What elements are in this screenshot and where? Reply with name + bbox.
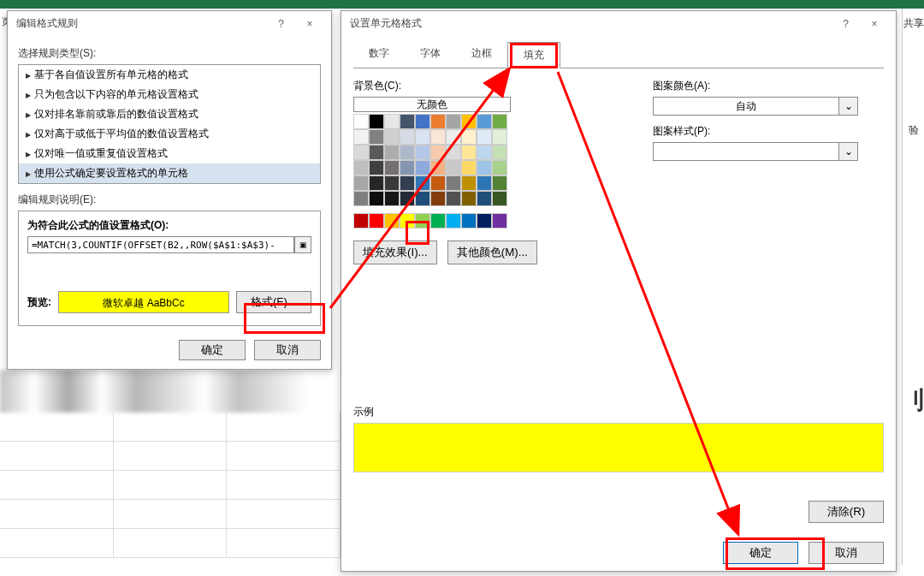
color-swatch[interactable] — [369, 145, 384, 160]
color-swatch[interactable] — [477, 175, 492, 191]
color-swatch[interactable] — [477, 191, 492, 206]
color-swatch[interactable] — [369, 129, 384, 145]
clear-button[interactable]: 清除(R) — [808, 501, 884, 523]
no-color-button[interactable]: 无颜色 — [353, 97, 511, 112]
color-swatch[interactable] — [446, 145, 461, 160]
color-swatch[interactable] — [415, 129, 430, 145]
color-swatch[interactable] — [415, 160, 430, 175]
rule-type-item[interactable]: 使用公式确定要设置格式的单元格 — [19, 163, 320, 183]
close-icon[interactable]: × — [862, 18, 887, 30]
tab-number[interactable]: 数字 — [353, 41, 405, 68]
color-swatch[interactable] — [430, 114, 446, 129]
color-swatch[interactable] — [461, 129, 477, 145]
ok-button[interactable]: 确定 — [723, 542, 798, 564]
cancel-button[interactable]: 取消 — [808, 542, 884, 564]
color-swatch[interactable] — [384, 160, 400, 175]
color-swatch[interactable] — [492, 129, 507, 145]
color-swatch[interactable] — [415, 213, 430, 229]
color-swatch[interactable] — [400, 160, 415, 175]
color-swatch[interactable] — [384, 213, 400, 229]
tab-font[interactable]: 字体 — [405, 41, 456, 68]
color-swatch[interactable] — [369, 114, 384, 129]
color-swatch[interactable] — [400, 114, 415, 129]
color-swatch[interactable] — [384, 191, 400, 206]
color-swatch[interactable] — [477, 114, 492, 129]
rule-type-item[interactable]: 仅对高于或低于平均值的数值设置格式 — [19, 124, 320, 144]
color-swatch[interactable] — [461, 114, 477, 129]
color-swatch[interactable] — [415, 175, 430, 191]
color-swatch[interactable] — [430, 145, 446, 160]
chevron-down-icon[interactable]: ⌄ — [838, 98, 857, 115]
color-swatch[interactable] — [430, 213, 446, 229]
color-swatch[interactable] — [492, 175, 507, 191]
formula-input[interactable] — [27, 236, 294, 253]
chevron-down-icon[interactable]: ⌄ — [838, 143, 857, 160]
color-swatch[interactable] — [400, 145, 415, 160]
rule-type-item[interactable]: 只为包含以下内容的单元格设置格式 — [19, 85, 320, 104]
color-swatch[interactable] — [353, 114, 369, 129]
color-swatch[interactable] — [446, 114, 461, 129]
color-swatch[interactable] — [492, 191, 507, 206]
color-swatch[interactable] — [430, 175, 446, 191]
rule-type-list[interactable]: 基于各自值设置所有单元格的格式 只为包含以下内容的单元格设置格式 仅对排名靠前或… — [18, 64, 321, 184]
color-swatch[interactable] — [415, 145, 430, 160]
color-swatch[interactable] — [415, 191, 430, 206]
color-swatch[interactable] — [477, 213, 492, 229]
color-swatch[interactable] — [353, 213, 369, 229]
color-swatch[interactable] — [400, 129, 415, 145]
fill-effects-button[interactable]: 填充效果(I)... — [353, 240, 437, 264]
close-icon[interactable]: × — [297, 18, 323, 30]
cancel-button[interactable]: 取消 — [254, 340, 321, 360]
color-swatch[interactable] — [477, 145, 492, 160]
color-swatch[interactable] — [415, 114, 430, 129]
help-icon[interactable]: ? — [833, 18, 859, 30]
color-swatch[interactable] — [400, 213, 415, 229]
color-swatch[interactable] — [353, 129, 369, 145]
range-selector-button[interactable]: ▣ — [294, 236, 311, 253]
ok-button[interactable]: 确定 — [179, 340, 246, 360]
rule-type-item[interactable]: 基于各自值设置所有单元格的格式 — [19, 65, 320, 85]
color-swatch[interactable] — [492, 160, 507, 175]
color-swatch[interactable] — [461, 145, 477, 160]
color-swatch[interactable] — [492, 114, 507, 129]
color-swatch[interactable] — [384, 114, 400, 129]
rule-type-item[interactable]: 仅对唯一值或重复值设置格式 — [19, 144, 320, 163]
color-swatch[interactable] — [446, 160, 461, 175]
color-swatch[interactable] — [430, 160, 446, 175]
color-swatch[interactable] — [353, 191, 369, 206]
format-button[interactable]: 格式(F)... — [236, 291, 311, 313]
rule-type-item[interactable]: 仅对排名靠前或靠后的数值设置格式 — [19, 104, 320, 124]
color-swatch[interactable] — [430, 129, 446, 145]
more-colors-button[interactable]: 其他颜色(M)... — [447, 240, 537, 264]
color-swatch[interactable] — [384, 175, 400, 191]
color-swatch[interactable] — [492, 213, 507, 229]
color-swatch[interactable] — [353, 160, 369, 175]
help-icon[interactable]: ? — [269, 18, 294, 30]
tab-border[interactable]: 边框 — [456, 41, 507, 68]
color-swatch[interactable] — [384, 145, 400, 160]
color-swatch[interactable] — [446, 129, 461, 145]
color-swatch[interactable] — [384, 129, 400, 145]
color-swatch[interactable] — [477, 129, 492, 145]
color-swatch[interactable] — [446, 175, 461, 191]
color-swatch[interactable] — [477, 160, 492, 175]
dialog-titlebar[interactable]: 编辑格式规则 ? × — [8, 11, 331, 36]
color-swatch[interactable] — [461, 191, 477, 206]
color-palette-theme[interactable] — [353, 114, 619, 206]
color-swatch[interactable] — [461, 213, 477, 229]
color-swatch[interactable] — [369, 191, 384, 206]
pattern-style-combo[interactable]: ⌄ — [653, 142, 858, 161]
color-swatch[interactable] — [446, 191, 461, 206]
color-swatch[interactable] — [369, 175, 384, 191]
color-swatch[interactable] — [430, 191, 446, 206]
color-swatch[interactable] — [400, 175, 415, 191]
dialog-titlebar[interactable]: 设置单元格格式 ? × — [341, 11, 896, 36]
color-palette-standard[interactable] — [353, 213, 619, 229]
color-swatch[interactable] — [369, 213, 384, 229]
color-swatch[interactable] — [446, 213, 461, 229]
pattern-color-combo[interactable]: 自动 ⌄ — [653, 97, 858, 116]
color-swatch[interactable] — [461, 160, 477, 175]
tab-fill[interactable]: 填充 — [507, 42, 560, 68]
color-swatch[interactable] — [353, 145, 369, 160]
color-swatch[interactable] — [492, 145, 507, 160]
